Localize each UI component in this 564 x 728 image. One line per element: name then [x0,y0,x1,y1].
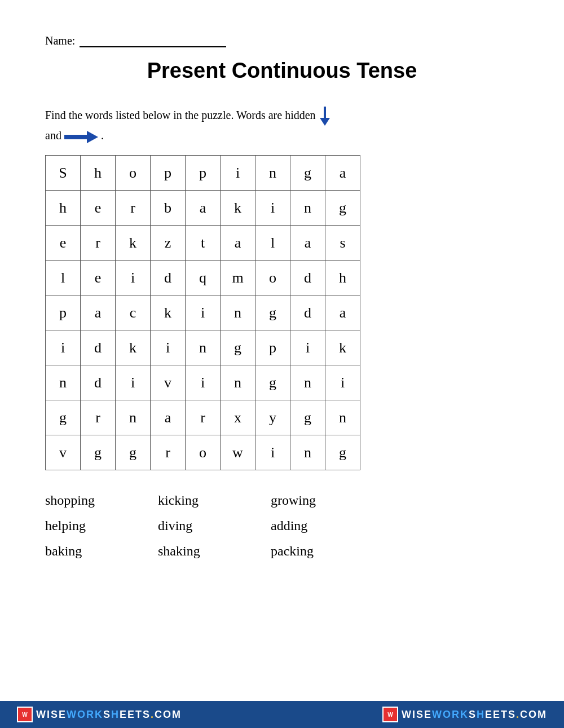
grid-cell: a [186,191,221,226]
list-item: shopping [45,493,158,508]
grid-cell: q [186,261,221,295]
grid-cell: s [325,226,360,261]
grid-cell: d [290,295,325,330]
grid-cell: a [290,226,325,261]
grid-cell: g [81,435,116,470]
grid-cell: l [255,226,290,261]
name-underline[interactable] [80,34,226,47]
grid-cell: w [221,435,255,470]
name-label: Name: [45,34,75,47]
grid-cell: e [81,261,116,295]
instructions-block: Find the words listed below in the puzzl… [45,105,519,145]
grid-cell: g [255,295,290,330]
grid-cell: n [221,365,255,400]
grid-cell: g [116,435,151,470]
grid-cell: d [81,330,116,365]
grid-cell: t [186,226,221,261]
word-search-grid: Shoppingaherbakingerkztalasleidqmodhpack… [45,155,360,470]
footer-text-right: WISEWORKSHEETS.COM [402,709,547,721]
table-row: leidqmodh [46,261,360,295]
table-row: idkingpik [46,330,360,365]
instructions-text: Find the words listed below in the puzzl… [45,109,316,121]
grid-cell: i [325,365,360,400]
grid-cell: g [221,330,255,365]
name-field-row: Name: [45,34,519,47]
grid-cell: n [325,400,360,435]
grid-cell: r [81,226,116,261]
grid-cell: b [151,191,186,226]
grid-cell: p [46,295,81,330]
footer-logo-box-right: W [382,707,398,722]
footer: W WISEWORKSHEETS.COM W WISEWORKSHEETS.CO… [0,701,564,728]
table-row: vggrowing [46,435,360,470]
grid-cell: d [151,261,186,295]
list-item: kicking [158,493,271,508]
grid-cell: i [46,330,81,365]
grid-cell: k [116,330,151,365]
grid-cell: k [151,295,186,330]
footer-text-left: WISEWORKSHEETS.COM [36,709,182,721]
page-title: Present Continuous Tense [45,59,519,83]
list-item: shaking [158,544,271,559]
table-row: packingda [46,295,360,330]
table-row: Shoppinga [46,156,360,191]
table-row: herbaking [46,191,360,226]
grid-cell: e [46,226,81,261]
grid-cell: l [46,261,81,295]
grid-cell: o [116,156,151,191]
svg-marker-1 [320,118,330,126]
grid-cell: m [221,261,255,295]
table-row: ndivingni [46,365,360,400]
grid-cell: p [186,156,221,191]
grid-cell: v [151,365,186,400]
grid-cell: i [255,191,290,226]
grid-cell: n [186,330,221,365]
grid-cell: x [221,400,255,435]
grid-cell: i [290,330,325,365]
grid-cell: g [255,365,290,400]
grid-cell: h [46,191,81,226]
table-row: erkztalas [46,226,360,261]
grid-cell: a [325,156,360,191]
grid-cell: i [186,295,221,330]
grid-cell: h [325,261,360,295]
list-item: helping [45,518,158,533]
grid-cell: n [116,400,151,435]
grid-cell: n [255,156,290,191]
list-item: diving [158,518,271,533]
down-arrow-icon [319,107,331,126]
grid-cell: a [81,295,116,330]
svg-rect-2 [64,135,89,139]
grid-cell: e [81,191,116,226]
grid-cell: c [116,295,151,330]
grid-cell: r [116,191,151,226]
grid-cell: g [325,435,360,470]
grid-cell: o [186,435,221,470]
grid-cell: S [46,156,81,191]
grid-cell: h [81,156,116,191]
svg-marker-3 [87,131,98,143]
grid-cell: r [151,435,186,470]
grid-cell: n [221,295,255,330]
grid-cell: i [255,435,290,470]
grid-cell: g [290,400,325,435]
grid-cell: y [255,400,290,435]
list-item: baking [45,544,158,559]
footer-logo-box-left: W [17,707,33,722]
period: . [101,129,104,142]
list-item: packing [271,544,384,559]
grid-cell: k [221,191,255,226]
grid-cell: n [290,191,325,226]
grid-cell: i [186,365,221,400]
grid-cell: d [290,261,325,295]
grid-cell: a [325,295,360,330]
footer-logo-right: W WISEWORKSHEETS.COM [382,707,547,722]
grid-cell: i [221,156,255,191]
grid-cell: g [325,191,360,226]
grid-cell: v [46,435,81,470]
list-item: growing [271,493,384,508]
grid-cell: k [325,330,360,365]
grid-cell: o [255,261,290,295]
grid-cell: n [46,365,81,400]
list-item: adding [271,518,384,533]
